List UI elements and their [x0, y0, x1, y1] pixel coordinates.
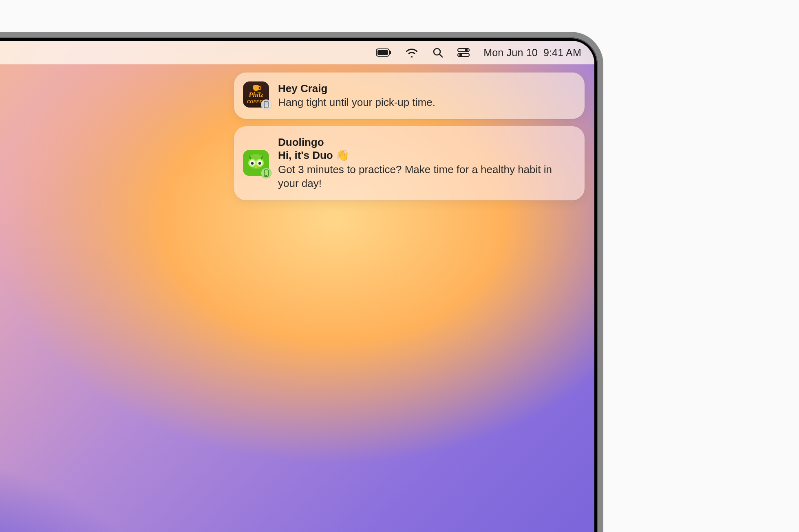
notification-title: Hey Craig [278, 82, 573, 95]
svg-rect-10 [265, 107, 267, 107]
battery-icon[interactable] [376, 48, 391, 57]
svg-point-6 [465, 49, 468, 51]
menubar-time: 9:41 AM [543, 47, 581, 59]
iphone-mirror-badge-icon [261, 168, 271, 178]
notification-body: Hey Craig Hang tight until your pick-up … [278, 81, 573, 109]
spotlight-search-icon[interactable] [432, 47, 444, 58]
menubar: Mon Jun 10 9:41 AM [0, 41, 594, 64]
app-icon-wrap [243, 150, 269, 176]
notification-center: PhilzCOFFEE Hey Craig Hang tight until y… [234, 73, 585, 200]
notification-message: Hang tight until your pick-up time. [278, 95, 573, 109]
svg-rect-2 [390, 51, 391, 54]
iphone-mirror-badge-icon [261, 99, 271, 110]
svg-rect-19 [265, 175, 267, 176]
control-center-icon[interactable] [457, 48, 470, 57]
laptop-frame: Mon Jun 10 9:41 AM PhilzCOFFEE [0, 32, 603, 532]
svg-line-4 [440, 55, 443, 57]
notification-subtitle: Hi, it's Duo 👋 [278, 149, 573, 163]
svg-rect-1 [377, 50, 388, 55]
app-icon-wrap: PhilzCOFFEE [243, 81, 269, 108]
notification-body: Duolingo Hi, it's Duo 👋 Got 3 minutes to… [278, 135, 573, 191]
menubar-date: Mon Jun 10 [483, 47, 538, 59]
desktop-screen: Mon Jun 10 9:41 AM PhilzCOFFEE [0, 41, 594, 532]
svg-point-8 [459, 54, 462, 56]
notification-title: Duolingo [278, 136, 573, 149]
svg-point-17 [258, 162, 261, 165]
wifi-icon[interactable] [405, 48, 418, 57]
menubar-datetime[interactable]: Mon Jun 10 9:41 AM [483, 47, 581, 59]
svg-point-16 [251, 162, 254, 165]
notification-message: Got 3 minutes to practice? Make time for… [278, 163, 573, 191]
notification-item[interactable]: PhilzCOFFEE Hey Craig Hang tight until y… [234, 73, 585, 119]
notification-item[interactable]: Duolingo Hi, it's Duo 👋 Got 3 minutes to… [234, 126, 585, 200]
